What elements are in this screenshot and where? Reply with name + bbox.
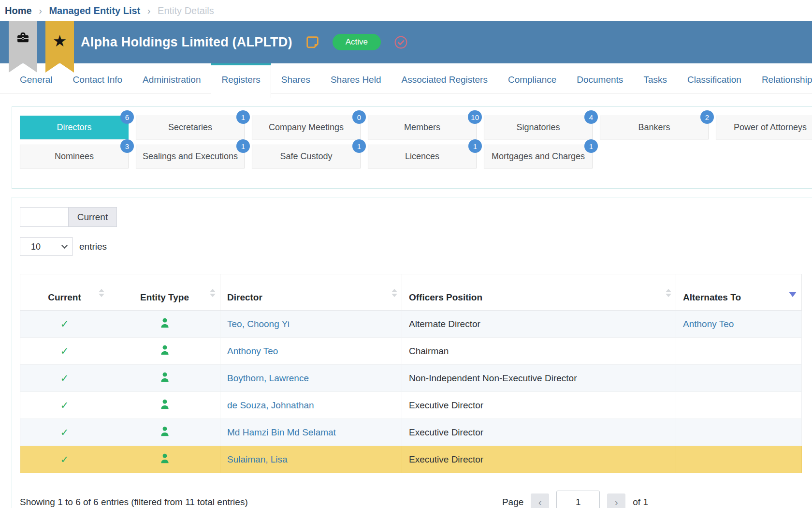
column-label: Alternates To: [683, 292, 741, 302]
next-page-button[interactable]: ›: [607, 493, 625, 508]
breadcrumb-separator: ›: [147, 5, 151, 16]
register-mortgages-and-charges[interactable]: Mortgages and Charges1: [484, 145, 593, 168]
entity-header-bar: ★ Alpha Holdings Limited (ALPLTD) Active: [0, 21, 812, 63]
count-badge: 0: [352, 110, 366, 124]
sort-icon: [666, 289, 671, 297]
current-check-icon: ✓: [60, 427, 69, 438]
breadcrumb-current-page: Entity Details: [158, 5, 214, 16]
entity-title: Alpha Holdings Limited (ALPLTD): [81, 35, 292, 50]
register-signatories[interactable]: Signatories4: [484, 116, 593, 139]
breadcrumb-home[interactable]: Home: [5, 5, 32, 16]
tab-bar: GeneralContact InfoAdministrationRegiste…: [0, 63, 812, 94]
register-label: Members: [404, 122, 440, 133]
page-number-input[interactable]: [556, 491, 600, 508]
register-members[interactable]: Members10: [368, 116, 477, 139]
page-label: Page: [502, 497, 523, 508]
register-power-of-attorneys[interactable]: Power of Attorneys: [716, 116, 812, 139]
register-nominees[interactable]: Nominees3: [20, 145, 129, 168]
register-bankers[interactable]: Bankers2: [600, 116, 709, 139]
filter-all-segment[interactable]: [20, 208, 68, 226]
register-label: Safe Custody: [280, 151, 332, 162]
filter-current-segment[interactable]: Current: [68, 208, 116, 226]
current-filter-toggle: Current: [20, 207, 117, 227]
director-link[interactable]: de Souza, Johnathan: [227, 400, 314, 410]
sort-icon: [210, 289, 216, 297]
person-icon: [160, 318, 170, 328]
person-icon: [160, 453, 170, 463]
director-link[interactable]: Teo, Choong Yi: [227, 319, 290, 329]
count-badge: 6: [120, 110, 134, 124]
tab-relationships[interactable]: Relationships: [752, 63, 812, 93]
column-header-entity-type[interactable]: Entity Type: [109, 274, 220, 311]
register-label: Signatories: [516, 122, 560, 133]
register-label: Company Meetings: [269, 122, 344, 133]
tab-shares[interactable]: Shares: [271, 63, 320, 93]
check-circle-icon[interactable]: [393, 35, 408, 50]
person-icon: [160, 372, 170, 382]
table-footer: Showing 1 to 6 of 6 entries (filtered fr…: [20, 491, 648, 508]
current-check-icon: ✓: [60, 373, 69, 384]
page-size-row: 10 entries: [20, 237, 812, 256]
count-badge: 4: [584, 110, 598, 124]
count-badge: 3: [120, 139, 134, 153]
register-label: Bankers: [638, 122, 670, 133]
column-header-officers-position[interactable]: Officers Position: [402, 274, 676, 311]
column-header-current[interactable]: Current: [20, 274, 109, 311]
tab-tasks[interactable]: Tasks: [633, 63, 677, 93]
alternates-to-link[interactable]: Anthony Teo: [683, 319, 734, 329]
register-label: Secretaries: [168, 122, 212, 133]
tab-registers[interactable]: Registers: [211, 63, 271, 98]
register-safe-custody[interactable]: Safe Custody1: [252, 145, 361, 168]
column-label: Officers Position: [409, 292, 482, 302]
page-size-select[interactable]: 10: [20, 237, 73, 256]
director-link[interactable]: Sulaiman, Lisa: [227, 454, 288, 464]
note-icon[interactable]: [305, 35, 320, 50]
tab-associated-registers[interactable]: Associated Registers: [391, 63, 497, 93]
current-check-icon: ✓: [60, 345, 69, 357]
table-row: ✓Anthony TeoChairman: [20, 338, 802, 365]
table-row: ✓Sulaiman, LisaExecutive Director: [20, 446, 802, 473]
directors-table: CurrentEntity TypeDirectorOfficers Posit…: [20, 274, 802, 473]
register-label: Directors: [57, 122, 91, 133]
table-row: ✓de Souza, JohnathanExecutive Director: [20, 392, 802, 419]
tab-documents[interactable]: Documents: [566, 63, 633, 93]
director-link[interactable]: Md Hamzi Bin Md Selamat: [227, 427, 336, 437]
person-icon: [160, 345, 170, 355]
register-company-meetings[interactable]: Company Meetings0: [252, 116, 361, 139]
column-header-alternates-to[interactable]: Alternates To: [676, 274, 802, 311]
tab-administration[interactable]: Administration: [132, 63, 211, 93]
director-link[interactable]: Anthony Teo: [227, 346, 278, 356]
register-directors[interactable]: Directors6: [20, 116, 129, 139]
prev-page-button[interactable]: ‹: [531, 493, 549, 508]
count-badge: 1: [236, 110, 250, 124]
register-label: Nominees: [55, 151, 94, 162]
status-badge: Active: [333, 34, 381, 50]
breadcrumb: Home › Managed Entity List › Entity Deta…: [0, 0, 812, 21]
tab-shares-held[interactable]: Shares Held: [320, 63, 392, 93]
showing-entries-text: Showing 1 to 6 of 6 entries (filtered fr…: [20, 497, 248, 508]
directors-list-panel: Current 10 entries CurrentEntity TypeDir…: [12, 197, 812, 508]
register-licences[interactable]: Licences1: [368, 145, 477, 168]
register-secretaries[interactable]: Secretaries1: [136, 116, 245, 139]
tab-classification[interactable]: Classification: [677, 63, 752, 93]
current-check-icon: ✓: [60, 400, 69, 411]
register-buttons-row-2: Nominees3Sealings and Executions1Safe Cu…: [20, 145, 812, 168]
sort-desc-icon: [789, 292, 797, 297]
breadcrumb-managed-entity-list[interactable]: Managed Entity List: [49, 5, 140, 16]
tab-compliance[interactable]: Compliance: [498, 63, 566, 93]
count-badge: 1: [468, 139, 482, 153]
person-icon: [160, 426, 170, 436]
director-link[interactable]: Boythorn, Lawrence: [227, 373, 309, 383]
count-badge: 1: [352, 139, 366, 153]
register-label: Sealings and Executions: [143, 151, 238, 162]
column-header-director[interactable]: Director: [220, 274, 402, 311]
table-row: ✓Boythorn, LawrenceNon-Independent Non-E…: [20, 365, 802, 392]
position-text: Alternate Director: [409, 319, 480, 329]
count-badge: 2: [700, 110, 714, 124]
count-badge: 10: [468, 110, 482, 124]
table-row: ✓Md Hamzi Bin Md SelamatExecutive Direct…: [20, 419, 802, 446]
register-label: Mortgages and Charges: [492, 151, 585, 162]
sort-icon: [99, 289, 104, 297]
current-check-icon: ✓: [60, 454, 69, 465]
register-sealings-and-executions[interactable]: Sealings and Executions1: [136, 145, 245, 168]
